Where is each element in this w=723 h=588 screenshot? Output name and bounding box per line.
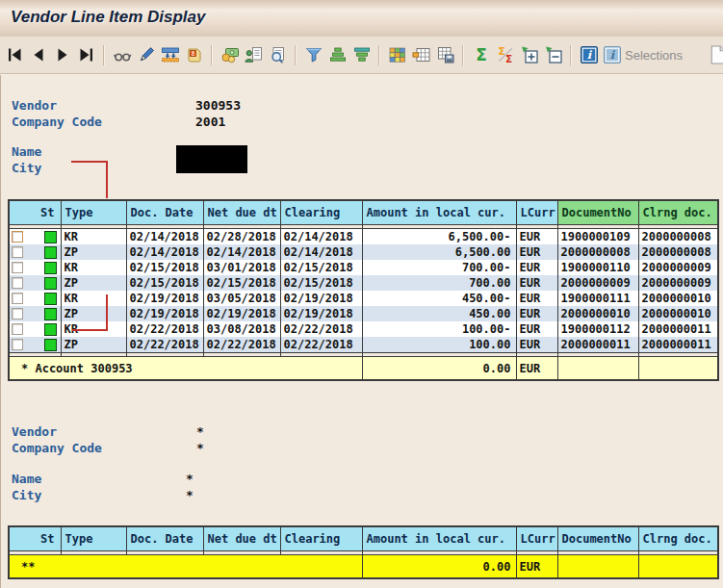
cell-currency[interactable]: EUR (516, 244, 557, 260)
grid-layout-button[interactable] (387, 44, 407, 65)
cell-net-due-date[interactable]: 02/19/2018 (203, 306, 280, 321)
table-row[interactable]: ZP 02/19/2018 02/19/2018 02/19/2018 450.… (9, 306, 718, 321)
cell-clearing-date[interactable]: 02/14/2018 (280, 244, 362, 260)
cell-doc-type[interactable]: KR (61, 291, 126, 306)
cell-document-number[interactable]: 2000000009 (557, 275, 638, 291)
row-select-checkbox[interactable] (12, 262, 23, 273)
table-row[interactable]: ZP 02/14/2018 02/14/2018 02/14/2018 6,50… (9, 244, 718, 260)
row-select-checkbox[interactable] (12, 323, 23, 335)
cell-clearing-date[interactable]: 02/22/2018 (280, 337, 362, 353)
cell-doc-date[interactable]: 02/22/2018 (126, 337, 203, 353)
cell-net-due-date[interactable]: 03/08/2018 (203, 321, 280, 337)
cell-currency[interactable]: EUR (516, 321, 557, 337)
cell-doc-type[interactable]: ZP (61, 337, 126, 353)
info-button[interactable]: i (579, 44, 599, 65)
cell-net-due-date[interactable]: 02/22/2018 (203, 337, 280, 353)
save-layout-button[interactable] (435, 44, 455, 65)
table-row[interactable]: KR 02/22/2018 03/08/2018 02/22/2018 100.… (9, 321, 718, 337)
cell-document-number[interactable]: 1900000109 (557, 229, 638, 245)
cell-clearing-document[interactable]: 2000000009 (638, 275, 718, 291)
cell-currency[interactable]: EUR (516, 260, 557, 275)
cell-currency[interactable]: EUR (516, 306, 557, 321)
cell-doc-type[interactable]: KR (61, 321, 126, 337)
row-select-checkbox[interactable] (12, 293, 23, 304)
cell-doc-date[interactable]: 02/14/2018 (126, 229, 203, 245)
expand-details-button[interactable] (519, 44, 539, 65)
col-header-documentno[interactable]: DocumentNo (557, 526, 638, 551)
cell-amount[interactable]: 100.00 (362, 337, 516, 353)
cell-doc-type[interactable]: ZP (61, 244, 126, 260)
col-header-doc-date[interactable]: Doc. Date (126, 200, 203, 225)
collapse-details-button[interactable] (543, 44, 563, 65)
col-header-documentno[interactable]: DocumentNo (557, 200, 638, 225)
cell-clearing-date[interactable]: 02/14/2018 (280, 229, 362, 245)
row-select-checkbox[interactable] (12, 308, 23, 320)
col-header-type[interactable]: Type (61, 526, 126, 551)
cell-amount[interactable]: 6,500.00- (362, 229, 516, 245)
table-row[interactable]: KR 02/14/2018 02/28/2018 02/14/2018 6,50… (9, 229, 718, 245)
cell-document-number[interactable]: 2000000008 (557, 244, 638, 260)
cell-net-due-date[interactable]: 03/01/2018 (203, 260, 280, 275)
table-row[interactable]: KR 02/15/2018 03/01/2018 02/15/2018 700.… (9, 260, 718, 275)
cell-amount[interactable]: 450.00- (362, 291, 516, 306)
col-header-clearing[interactable]: Clearing (280, 526, 362, 551)
col-header-amount[interactable]: Amount in local cur. (362, 526, 516, 551)
cell-doc-date[interactable]: 02/15/2018 (126, 275, 203, 291)
cell-clearing-document[interactable]: 2000000011 (638, 321, 718, 337)
cell-currency[interactable]: EUR (516, 337, 557, 353)
cell-currency[interactable]: EUR (516, 229, 557, 245)
table-row[interactable]: KR 02/19/2018 03/05/2018 02/19/2018 450.… (9, 291, 718, 306)
change-button[interactable] (136, 44, 156, 65)
cell-net-due-date[interactable]: 02/28/2018 (203, 229, 280, 245)
cell-currency[interactable]: EUR (516, 275, 557, 291)
cell-clearing-date[interactable]: 02/19/2018 (280, 291, 362, 306)
cell-doc-date[interactable]: 02/19/2018 (126, 291, 203, 306)
cell-document-number[interactable]: 2000000010 (557, 306, 638, 321)
col-header-net-due[interactable]: Net due dt (203, 200, 280, 225)
cell-document-number[interactable]: 1900000111 (557, 291, 638, 306)
cell-clearing-date[interactable]: 02/15/2018 (280, 260, 362, 275)
cell-clearing-document[interactable]: 2000000008 (638, 244, 718, 260)
insert-column-button[interactable] (411, 44, 431, 65)
first-record-button[interactable] (4, 44, 24, 65)
row-select-checkbox[interactable] (12, 277, 23, 289)
cell-amount[interactable]: 6,500.00 (362, 244, 516, 260)
col-header-lcurr[interactable]: LCurr (516, 200, 557, 225)
cell-net-due-date[interactable]: 02/14/2018 (203, 244, 280, 260)
table-row[interactable]: ZP 02/15/2018 02/15/2018 02/15/2018 700.… (9, 275, 718, 291)
col-header-clrng-doc[interactable]: Clrng doc. (638, 200, 718, 225)
cell-net-due-date[interactable]: 02/15/2018 (203, 275, 280, 291)
next-record-button[interactable] (52, 44, 72, 65)
sort-ascending-button[interactable] (327, 44, 348, 65)
cell-doc-date[interactable]: 02/19/2018 (126, 306, 203, 321)
cell-clearing-date[interactable]: 02/22/2018 (280, 321, 362, 337)
document-search-button[interactable] (268, 44, 288, 65)
cell-clearing-document[interactable]: 2000000010 (638, 306, 718, 321)
row-select-checkbox[interactable] (12, 339, 23, 350)
cell-clearing-date[interactable]: 02/19/2018 (280, 306, 362, 321)
total-sum-button[interactable]: Σ (471, 44, 491, 65)
cell-doc-type[interactable]: KR (61, 229, 126, 245)
cell-doc-date[interactable]: 02/14/2018 (126, 244, 203, 260)
col-header-status[interactable]: St (9, 526, 61, 551)
new-page-button[interactable] (708, 44, 723, 65)
cell-clearing-document[interactable]: 2000000008 (638, 229, 718, 245)
col-header-clearing[interactable]: Clearing (280, 200, 362, 225)
cell-document-number[interactable]: 1900000112 (557, 321, 638, 337)
display-balances-button[interactable] (219, 44, 240, 65)
display-button[interactable] (112, 44, 132, 65)
display-document-button[interactable]: ! (184, 44, 204, 65)
cell-amount[interactable]: 700.00 (362, 275, 516, 291)
set-filter-button[interactable] (303, 44, 323, 65)
cell-doc-type[interactable]: KR (61, 260, 126, 275)
col-header-lcurr[interactable]: LCurr (516, 526, 557, 551)
col-header-clrng-doc[interactable]: Clrng doc. (638, 526, 718, 551)
cell-clearing-document[interactable]: 2000000009 (638, 260, 718, 275)
cell-amount[interactable]: 100.00- (362, 321, 516, 337)
col-header-type[interactable]: Type (61, 200, 126, 225)
cell-doc-type[interactable]: ZP (61, 306, 126, 321)
cell-clearing-document[interactable]: 2000000011 (638, 337, 718, 353)
change-layout-button[interactable] (160, 44, 180, 65)
table-row[interactable]: ZP 02/22/2018 02/22/2018 02/22/2018 100.… (9, 337, 718, 353)
cell-doc-date[interactable]: 02/22/2018 (126, 321, 203, 337)
